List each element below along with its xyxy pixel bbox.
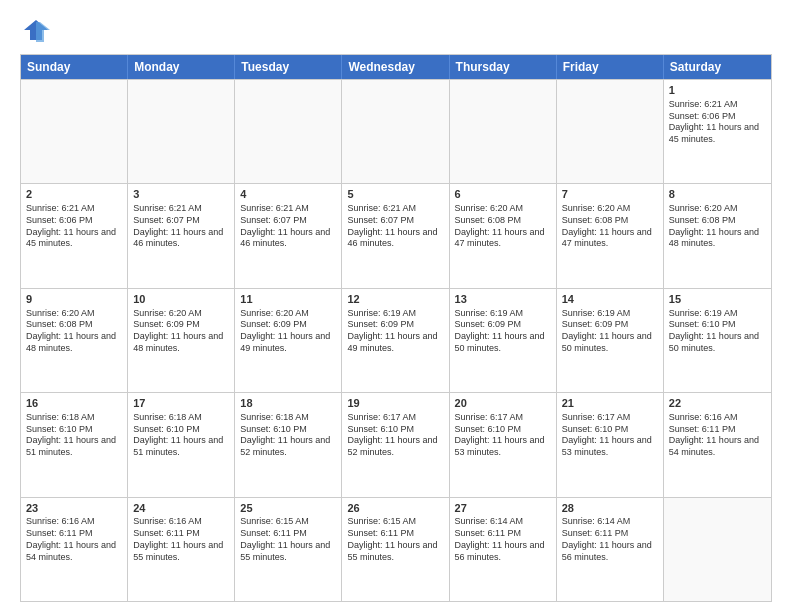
day-info: Sunrise: 6:20 AM Sunset: 6:08 PM Dayligh… (669, 203, 766, 250)
calendar-cell: 4Sunrise: 6:21 AM Sunset: 6:07 PM Daylig… (235, 184, 342, 287)
day-info: Sunrise: 6:16 AM Sunset: 6:11 PM Dayligh… (669, 412, 766, 459)
weekday-header: Monday (128, 55, 235, 79)
day-info: Sunrise: 6:21 AM Sunset: 6:07 PM Dayligh… (133, 203, 229, 250)
calendar-cell: 1Sunrise: 6:21 AM Sunset: 6:06 PM Daylig… (664, 80, 771, 183)
day-info: Sunrise: 6:17 AM Sunset: 6:10 PM Dayligh… (347, 412, 443, 459)
calendar-cell: 5Sunrise: 6:21 AM Sunset: 6:07 PM Daylig… (342, 184, 449, 287)
weekday-header: Thursday (450, 55, 557, 79)
weekday-header: Sunday (21, 55, 128, 79)
day-number: 9 (26, 292, 122, 307)
calendar-row: 16Sunrise: 6:18 AM Sunset: 6:10 PM Dayli… (21, 392, 771, 496)
calendar-cell: 10Sunrise: 6:20 AM Sunset: 6:09 PM Dayli… (128, 289, 235, 392)
weekday-header: Tuesday (235, 55, 342, 79)
day-number: 7 (562, 187, 658, 202)
calendar-cell: 15Sunrise: 6:19 AM Sunset: 6:10 PM Dayli… (664, 289, 771, 392)
day-info: Sunrise: 6:18 AM Sunset: 6:10 PM Dayligh… (240, 412, 336, 459)
day-number: 25 (240, 501, 336, 516)
calendar-cell: 14Sunrise: 6:19 AM Sunset: 6:09 PM Dayli… (557, 289, 664, 392)
day-number: 16 (26, 396, 122, 411)
day-info: Sunrise: 6:15 AM Sunset: 6:11 PM Dayligh… (240, 516, 336, 563)
day-info: Sunrise: 6:19 AM Sunset: 6:09 PM Dayligh… (562, 308, 658, 355)
calendar-cell: 20Sunrise: 6:17 AM Sunset: 6:10 PM Dayli… (450, 393, 557, 496)
day-number: 3 (133, 187, 229, 202)
day-number: 21 (562, 396, 658, 411)
day-info: Sunrise: 6:19 AM Sunset: 6:09 PM Dayligh… (455, 308, 551, 355)
calendar-cell (664, 498, 771, 601)
day-info: Sunrise: 6:20 AM Sunset: 6:09 PM Dayligh… (133, 308, 229, 355)
day-number: 23 (26, 501, 122, 516)
day-number: 2 (26, 187, 122, 202)
calendar-cell: 8Sunrise: 6:20 AM Sunset: 6:08 PM Daylig… (664, 184, 771, 287)
calendar-cell: 12Sunrise: 6:19 AM Sunset: 6:09 PM Dayli… (342, 289, 449, 392)
svg-marker-1 (36, 22, 50, 42)
calendar-cell: 21Sunrise: 6:17 AM Sunset: 6:10 PM Dayli… (557, 393, 664, 496)
calendar-cell: 3Sunrise: 6:21 AM Sunset: 6:07 PM Daylig… (128, 184, 235, 287)
header (20, 16, 772, 44)
day-info: Sunrise: 6:20 AM Sunset: 6:08 PM Dayligh… (562, 203, 658, 250)
calendar-cell: 19Sunrise: 6:17 AM Sunset: 6:10 PM Dayli… (342, 393, 449, 496)
day-info: Sunrise: 6:14 AM Sunset: 6:11 PM Dayligh… (562, 516, 658, 563)
day-number: 8 (669, 187, 766, 202)
calendar-cell: 24Sunrise: 6:16 AM Sunset: 6:11 PM Dayli… (128, 498, 235, 601)
day-info: Sunrise: 6:20 AM Sunset: 6:09 PM Dayligh… (240, 308, 336, 355)
day-number: 14 (562, 292, 658, 307)
calendar-row: 2Sunrise: 6:21 AM Sunset: 6:06 PM Daylig… (21, 183, 771, 287)
day-number: 22 (669, 396, 766, 411)
day-info: Sunrise: 6:21 AM Sunset: 6:06 PM Dayligh… (669, 99, 766, 146)
calendar-cell: 11Sunrise: 6:20 AM Sunset: 6:09 PM Dayli… (235, 289, 342, 392)
day-info: Sunrise: 6:18 AM Sunset: 6:10 PM Dayligh… (133, 412, 229, 459)
day-number: 6 (455, 187, 551, 202)
calendar-cell: 27Sunrise: 6:14 AM Sunset: 6:11 PM Dayli… (450, 498, 557, 601)
day-info: Sunrise: 6:21 AM Sunset: 6:06 PM Dayligh… (26, 203, 122, 250)
day-info: Sunrise: 6:17 AM Sunset: 6:10 PM Dayligh… (562, 412, 658, 459)
day-number: 11 (240, 292, 336, 307)
day-number: 19 (347, 396, 443, 411)
day-number: 15 (669, 292, 766, 307)
calendar-cell: 26Sunrise: 6:15 AM Sunset: 6:11 PM Dayli… (342, 498, 449, 601)
weekday-header: Wednesday (342, 55, 449, 79)
day-info: Sunrise: 6:16 AM Sunset: 6:11 PM Dayligh… (133, 516, 229, 563)
calendar-cell: 7Sunrise: 6:20 AM Sunset: 6:08 PM Daylig… (557, 184, 664, 287)
calendar-row: 23Sunrise: 6:16 AM Sunset: 6:11 PM Dayli… (21, 497, 771, 601)
day-number: 24 (133, 501, 229, 516)
calendar-cell: 6Sunrise: 6:20 AM Sunset: 6:08 PM Daylig… (450, 184, 557, 287)
calendar-cell (235, 80, 342, 183)
logo-icon (22, 16, 50, 44)
logo (20, 16, 50, 44)
day-info: Sunrise: 6:19 AM Sunset: 6:09 PM Dayligh… (347, 308, 443, 355)
day-info: Sunrise: 6:16 AM Sunset: 6:11 PM Dayligh… (26, 516, 122, 563)
calendar-cell: 9Sunrise: 6:20 AM Sunset: 6:08 PM Daylig… (21, 289, 128, 392)
calendar-row: 1Sunrise: 6:21 AM Sunset: 6:06 PM Daylig… (21, 79, 771, 183)
calendar-cell (557, 80, 664, 183)
calendar-header: SundayMondayTuesdayWednesdayThursdayFrid… (21, 55, 771, 79)
day-info: Sunrise: 6:20 AM Sunset: 6:08 PM Dayligh… (455, 203, 551, 250)
calendar-cell: 16Sunrise: 6:18 AM Sunset: 6:10 PM Dayli… (21, 393, 128, 496)
day-number: 20 (455, 396, 551, 411)
day-number: 26 (347, 501, 443, 516)
day-number: 13 (455, 292, 551, 307)
day-number: 17 (133, 396, 229, 411)
calendar-cell: 22Sunrise: 6:16 AM Sunset: 6:11 PM Dayli… (664, 393, 771, 496)
day-number: 4 (240, 187, 336, 202)
day-number: 1 (669, 83, 766, 98)
day-number: 18 (240, 396, 336, 411)
calendar-cell: 17Sunrise: 6:18 AM Sunset: 6:10 PM Dayli… (128, 393, 235, 496)
calendar-cell: 2Sunrise: 6:21 AM Sunset: 6:06 PM Daylig… (21, 184, 128, 287)
day-number: 28 (562, 501, 658, 516)
day-info: Sunrise: 6:18 AM Sunset: 6:10 PM Dayligh… (26, 412, 122, 459)
day-info: Sunrise: 6:15 AM Sunset: 6:11 PM Dayligh… (347, 516, 443, 563)
calendar-cell: 18Sunrise: 6:18 AM Sunset: 6:10 PM Dayli… (235, 393, 342, 496)
calendar-cell (128, 80, 235, 183)
calendar-cell (450, 80, 557, 183)
calendar-cell (342, 80, 449, 183)
calendar-row: 9Sunrise: 6:20 AM Sunset: 6:08 PM Daylig… (21, 288, 771, 392)
calendar-cell: 13Sunrise: 6:19 AM Sunset: 6:09 PM Dayli… (450, 289, 557, 392)
day-info: Sunrise: 6:14 AM Sunset: 6:11 PM Dayligh… (455, 516, 551, 563)
calendar-cell: 28Sunrise: 6:14 AM Sunset: 6:11 PM Dayli… (557, 498, 664, 601)
day-info: Sunrise: 6:17 AM Sunset: 6:10 PM Dayligh… (455, 412, 551, 459)
page: SundayMondayTuesdayWednesdayThursdayFrid… (0, 0, 792, 612)
calendar-cell (21, 80, 128, 183)
day-number: 5 (347, 187, 443, 202)
weekday-header: Saturday (664, 55, 771, 79)
calendar-cell: 23Sunrise: 6:16 AM Sunset: 6:11 PM Dayli… (21, 498, 128, 601)
